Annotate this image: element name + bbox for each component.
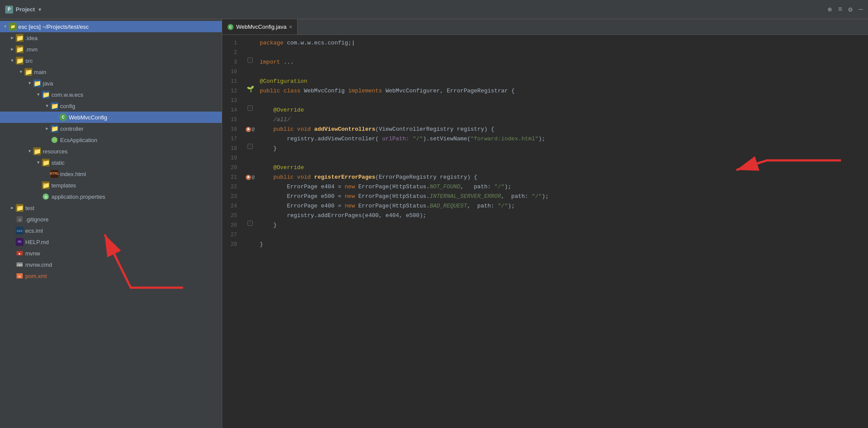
svg-text:m: m — [18, 275, 20, 278]
templates-label: templates — [51, 182, 76, 189]
dropdown-arrow-icon[interactable]: ▼ — [37, 7, 42, 12]
controller-label: controller — [60, 126, 83, 132]
line-content-25: registry.addErrorPages(e400, e404, e500)… — [256, 211, 868, 221]
sidebar-item-test[interactable]: ► 📁 test — [0, 202, 222, 214]
sidebar-item-root[interactable]: ▼ 📁 esc [ecs] ~/Projects/test/esc — [0, 21, 222, 32]
code-line-14: 14 − @Override — [222, 105, 868, 115]
sidebar-item-mvnwcmd[interactable]: CMD mvnw.cmd — [0, 259, 222, 270]
svg-text:.gi: .gi — [18, 218, 21, 221]
toolbar: P Project ▼ ⊕ ≡ ⚙ — — [0, 0, 868, 19]
minimize-icon[interactable]: — — [858, 6, 863, 14]
code-line-19: 19 — [222, 153, 868, 163]
root-folder-icon: 📁 — [9, 23, 17, 31]
gutter-at-16: @ — [252, 125, 255, 134]
tab-bar: C WebMvcConfig.java × — [222, 19, 868, 35]
sidebar-item-ecsiml[interactable]: iml ecs.iml — [0, 225, 222, 236]
line-num-23: 23 — [222, 192, 244, 201]
sidebar-item-webmvcconfig[interactable]: C WebMvcConfig — [0, 112, 222, 123]
line-content-18: } — [256, 144, 868, 153]
line-num-12: 12 — [222, 86, 244, 96]
line-content-24: ErrorPage e400 = new ErrorPage(HttpStatu… — [256, 201, 868, 211]
tree-arrow-mvn: ► — [9, 47, 16, 52]
sidebar-item-mvn[interactable]: ► 📁 .mvn — [0, 44, 222, 55]
line-num-15: 15 — [222, 115, 244, 125]
line-content-11: @Configuration — [256, 77, 868, 86]
sidebar-item-mvnw[interactable]: ▶ mvnw — [0, 248, 222, 259]
add-icon[interactable]: ⊕ — [828, 5, 832, 14]
sidebar-item-pomxml[interactable]: m pom.xml — [0, 270, 222, 282]
tab-webmvcconfig[interactable]: C WebMvcConfig.java × — [222, 19, 298, 34]
code-line-12: 12 🌱 public class WebMvcConfig implement… — [222, 86, 868, 96]
code-line-15: 15 /all/ — [222, 115, 868, 125]
tree-arrow-root: ▼ — [2, 24, 9, 29]
mvnw-label: mvnw — [25, 250, 40, 257]
idea-folder-icon: 📁 — [16, 34, 24, 42]
sidebar-item-gitignore[interactable]: .gi .gitignore — [0, 214, 222, 225]
tab-label: WebMvcConfig.java — [236, 24, 286, 30]
sidebar-item-main[interactable]: ▼ 📁 main — [0, 66, 222, 78]
main-label: main — [34, 69, 46, 75]
settings-icon[interactable]: ⚙ — [848, 5, 853, 14]
indexhtml-icon: HTML — [51, 170, 58, 178]
layout-icon[interactable]: ≡ — [838, 6, 842, 14]
sidebar-item-src[interactable]: ▼ 📁 src — [0, 55, 222, 66]
sidebar-item-java[interactable]: ▼ 📁 java — [0, 78, 222, 89]
line-gutter-26: − — [244, 221, 256, 226]
pomxml-label: pom.xml — [25, 273, 47, 279]
line-num-19: 19 — [222, 153, 244, 163]
appprops-icon: ⚙ — [42, 193, 50, 200]
code-editor[interactable]: 1 package com.w.w.ecs.config;| 2 3 − imp… — [222, 35, 868, 428]
tree-arrow-com: ▼ — [35, 92, 42, 97]
line-num-11: 11 — [222, 77, 244, 86]
code-line-26: 26 − } — [222, 221, 868, 230]
sidebar-item-config[interactable]: ▼ 📁 config — [0, 100, 222, 112]
line-num-1: 1 — [222, 38, 244, 48]
line-content-15: /all/ — [256, 115, 868, 125]
fold-icon-18[interactable]: − — [248, 144, 253, 149]
svg-text:⚙: ⚙ — [44, 195, 47, 199]
sidebar-item-templates[interactable]: 📁 templates — [0, 180, 222, 191]
sidebar-item-ecsapplication[interactable]: 🌱 EcsApplication — [0, 134, 222, 146]
sidebar-item-controller[interactable]: ► 📁 controller — [0, 123, 222, 134]
sidebar-item-helpmd[interactable]: MD HELP.md — [0, 236, 222, 248]
line-content-3: import ... — [256, 58, 868, 67]
gutter-icon-12: 🌱 — [247, 86, 253, 92]
sidebar-item-indexhtml[interactable]: HTML index.html — [0, 168, 222, 180]
com-folder-icon: 📁 — [42, 91, 50, 99]
project-title: P Project ▼ — [5, 6, 42, 14]
main-layout: ▼ 📁 esc [ecs] ~/Projects/test/esc ► 📁 .i… — [0, 19, 868, 428]
sidebar-item-com-w-w-ecs[interactable]: ▼ 📁 com.w.w.ecs — [0, 89, 222, 100]
tree-arrow-static: ▼ — [35, 160, 42, 165]
sidebar-item-idea[interactable]: ► 📁 .idea — [0, 32, 222, 44]
static-label: static — [51, 160, 64, 166]
config-folder-icon: 📁 — [51, 102, 58, 110]
project-label: Project — [16, 6, 35, 13]
indexhtml-label: index.html — [60, 171, 86, 177]
mvnwcmd-icon: CMD — [16, 261, 24, 268]
tree-arrow-resources: ▼ — [26, 149, 33, 154]
code-line-24: 24 ErrorPage e400 = new ErrorPage(HttpSt… — [222, 201, 868, 211]
line-content-16: public void addViewControllers(ViewContr… — [256, 125, 868, 134]
line-content-12: public class WebMvcConfig implements Web… — [256, 86, 868, 96]
sidebar-item-static[interactable]: ▼ 📁 static — [0, 157, 222, 168]
line-num-2: 2 — [222, 48, 244, 58]
fold-icon-14[interactable]: − — [248, 105, 253, 111]
code-line-25: 25 registry.addErrorPages(e400, e404, e5… — [222, 211, 868, 221]
project-icon: P — [5, 6, 13, 14]
line-content-21: public void registerErrorPages(ErrorPage… — [256, 173, 868, 182]
code-line-16: 16 ● @ public void addViewControllers(Vi… — [222, 125, 868, 134]
main-folder-icon: 📁 — [24, 68, 32, 76]
gutter-icon-16: ● — [246, 127, 251, 132]
tab-close-button[interactable]: × — [289, 24, 292, 30]
resources-label: resources — [43, 148, 68, 155]
java-label: java — [43, 80, 53, 87]
line-content-17: registry.addViewController( urlPath: "/"… — [256, 134, 868, 144]
sidebar-item-appprops[interactable]: ⚙ application.properties — [0, 191, 222, 202]
line-num-10: 10 — [222, 67, 244, 77]
line-num-27: 27 — [222, 230, 244, 240]
code-line-28: 28 } — [222, 240, 868, 249]
fold-icon-26[interactable]: − — [248, 221, 253, 226]
fold-icon-3[interactable]: − — [248, 58, 253, 63]
com-label: com.w.w.ecs — [51, 92, 83, 98]
sidebar-item-resources[interactable]: ▼ 📁 resources — [0, 146, 222, 157]
